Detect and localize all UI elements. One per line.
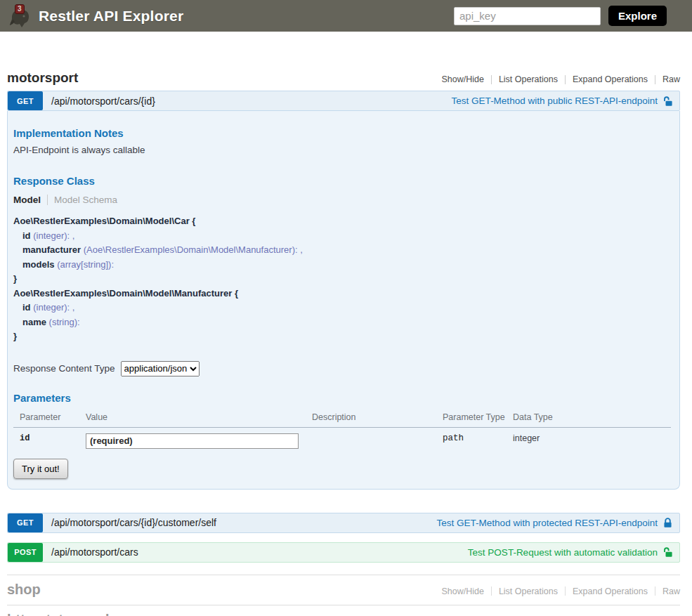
unlock-icon bbox=[662, 96, 673, 107]
response-content-type-row: Response Content Type application/json bbox=[13, 361, 671, 376]
table-row: id path integer bbox=[13, 427, 671, 450]
model-property: name (string): bbox=[13, 315, 671, 330]
model-tabs: Model Model Schema bbox=[13, 195, 671, 205]
list-operations-link[interactable]: List Operations bbox=[492, 74, 565, 84]
col-header-value: Value bbox=[86, 410, 312, 428]
model-manufacturer-header: Aoe\RestlerExamples\Domain\Model\Manufac… bbox=[13, 287, 671, 301]
model-car-header: Aoe\RestlerExamples\Domain\Model\Car { bbox=[13, 214, 671, 229]
section-head-motorsport: motorsport Show/Hide List Operations Exp… bbox=[7, 69, 680, 91]
list-operations-link[interactable]: List Operations bbox=[492, 586, 565, 596]
implementation-notes-text: API-Endpoint is always callable bbox=[13, 145, 671, 155]
col-header-parameter-type: Parameter Type bbox=[443, 410, 513, 428]
section-http-status-codes: http-status-codes Show/Hide List Operati… bbox=[7, 605, 680, 616]
model-manufacturer: Aoe\RestlerExamples\Domain\Model\Manufac… bbox=[13, 287, 671, 344]
method-badge-post[interactable]: POST bbox=[8, 543, 43, 562]
section-head-http-status-codes: http-status-codes Show/Hide List Operati… bbox=[7, 612, 680, 616]
endpoint-content-get-cars-id: Implementation Notes API-Endpoint is alw… bbox=[7, 111, 680, 490]
model-property: manufacturer (Aoe\RestlerExamples\Domain… bbox=[13, 243, 671, 258]
section-motorsport: motorsport Show/Hide List Operations Exp… bbox=[7, 69, 680, 563]
method-badge-get[interactable]: GET bbox=[8, 513, 43, 532]
test-public-get-label: Test GET-Method with public REST-API-end… bbox=[452, 96, 658, 106]
test-protected-get-label: Test GET-Method with protected REST-API-… bbox=[437, 518, 658, 528]
response-class-heading: Response Class bbox=[13, 175, 671, 187]
param-name-cell: id bbox=[13, 427, 86, 450]
unlock-icon bbox=[662, 546, 673, 558]
model-car-footer: } bbox=[13, 272, 671, 287]
endpoint-path-get-cars-id[interactable]: /api/motorsport/cars/{id} bbox=[51, 96, 155, 107]
method-badge-get[interactable]: GET bbox=[8, 91, 43, 110]
param-data-type-cell: integer bbox=[513, 427, 671, 450]
show-hide-link[interactable]: Show/Hide bbox=[441, 586, 490, 596]
app-header: 3 Restler API Explorer Explore bbox=[0, 0, 692, 32]
parameters-table-header-row: Parameter Value Description Parameter Ty… bbox=[13, 410, 671, 428]
model-property: id (integer): , bbox=[13, 229, 671, 244]
resources-list: motorsport Show/Hide List Operations Exp… bbox=[7, 32, 680, 616]
test-post-label: Test POST-Request with automatic validat… bbox=[468, 547, 658, 558]
implementation-notes-heading: Implementation Notes bbox=[13, 127, 671, 139]
endpoint-row-get-customer-self: GET /api/motorsport/cars/{id}/customer/s… bbox=[7, 513, 680, 533]
test-protected-get-link[interactable]: Test GET-Method with protected REST-API-… bbox=[437, 517, 673, 528]
api-key-form: Explore bbox=[454, 6, 667, 26]
divider bbox=[47, 195, 48, 205]
response-content-type-select[interactable]: application/json bbox=[121, 361, 200, 376]
response-content-type-label: Response Content Type bbox=[13, 363, 115, 374]
section-title-shop[interactable]: shop bbox=[7, 582, 41, 598]
section-shop: shop Show/Hide List Operations Expand Op… bbox=[7, 575, 680, 605]
expand-operations-link[interactable]: Expand Operations bbox=[566, 586, 655, 596]
col-header-parameter: Parameter bbox=[13, 410, 86, 428]
logo-version-badge: 3 bbox=[15, 4, 25, 14]
restler-logo: 3 bbox=[7, 3, 32, 30]
api-key-input[interactable] bbox=[454, 7, 601, 25]
col-header-data-type: Data Type bbox=[513, 410, 671, 428]
param-description-cell bbox=[312, 427, 443, 450]
tab-model-schema[interactable]: Model Schema bbox=[54, 195, 117, 205]
raw-link[interactable]: Raw bbox=[655, 74, 680, 84]
tab-model[interactable]: Model bbox=[13, 195, 41, 205]
explore-button[interactable]: Explore bbox=[608, 6, 667, 26]
model-signature: Aoe\RestlerExamples\Domain\Model\Car { i… bbox=[13, 214, 671, 344]
test-post-link[interactable]: Test POST-Request with automatic validat… bbox=[468, 546, 673, 558]
parameters-table: Parameter Value Description Parameter Ty… bbox=[13, 410, 671, 450]
try-it-out-button[interactable]: Try it out! bbox=[13, 459, 68, 479]
model-manufacturer-footer: } bbox=[13, 329, 671, 344]
model-property: id (integer): , bbox=[13, 301, 671, 315]
endpoint-row-post-cars: POST /api/motorsport/cars Test POST-Requ… bbox=[7, 542, 680, 563]
lock-icon bbox=[662, 517, 673, 528]
section-links-motorsport: Show/Hide List Operations Expand Operati… bbox=[441, 74, 680, 84]
endpoint-path-get-customer-self[interactable]: /api/motorsport/cars/{id}/customer/self bbox=[51, 517, 216, 528]
model-property: models (array[string]): bbox=[13, 258, 671, 273]
endpoint-path-post-cars[interactable]: /api/motorsport/cars bbox=[51, 546, 138, 558]
endpoint-row-get-cars-id: GET /api/motorsport/cars/{id} Test GET-M… bbox=[7, 91, 680, 111]
section-head-shop: shop Show/Hide List Operations Expand Op… bbox=[7, 582, 680, 598]
raw-link[interactable]: Raw bbox=[655, 586, 680, 596]
param-value-input[interactable] bbox=[86, 433, 299, 449]
app-title: Restler API Explorer bbox=[39, 8, 183, 25]
section-title-http-status-codes[interactable]: http-status-codes bbox=[7, 612, 125, 616]
parameters-heading: Parameters bbox=[13, 392, 671, 404]
show-hide-link[interactable]: Show/Hide bbox=[441, 74, 490, 84]
col-header-description: Description bbox=[312, 410, 443, 428]
section-title-motorsport[interactable]: motorsport bbox=[7, 70, 78, 86]
section-links-shop: Show/Hide List Operations Expand Operati… bbox=[441, 586, 680, 596]
test-public-get-link[interactable]: Test GET-Method with public REST-API-end… bbox=[452, 96, 673, 107]
param-type-cell: path bbox=[443, 427, 513, 450]
expand-operations-link[interactable]: Expand Operations bbox=[566, 74, 655, 84]
model-car: Aoe\RestlerExamples\Domain\Model\Car { i… bbox=[13, 214, 671, 287]
